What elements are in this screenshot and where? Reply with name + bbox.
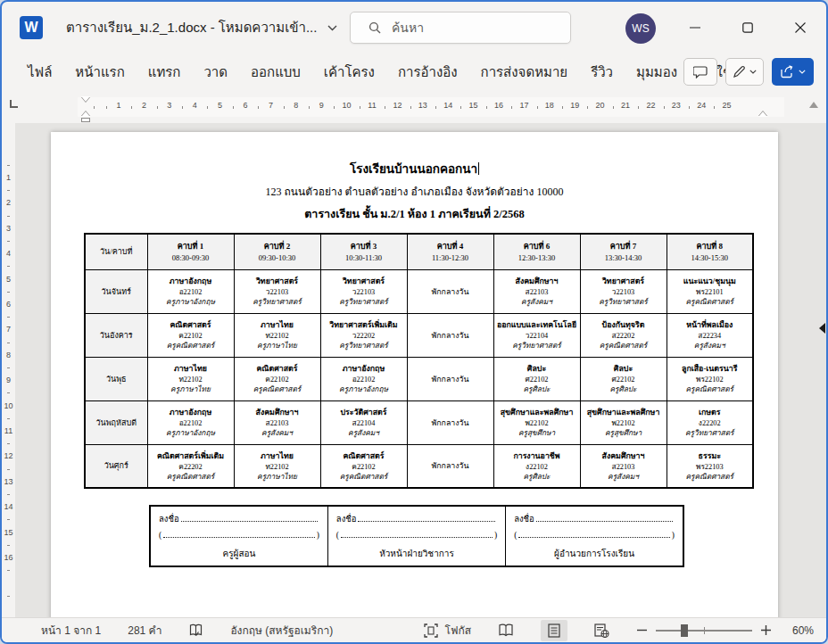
subject-cell[interactable]: สุขศึกษาและพลศึกษาพ22102ครูสุขศึกษา bbox=[493, 400, 580, 444]
chevron-down-icon[interactable] bbox=[327, 25, 337, 31]
minimize-button[interactable] bbox=[668, 2, 721, 54]
timetable[interactable]: วัน/คาบที่คาบที่ 108:30-09:30คาบที่ 209:… bbox=[84, 233, 754, 489]
lunch-cell[interactable]: พักกลางวัน bbox=[407, 444, 493, 488]
ribbon-tab[interactable]: การอ้างอิง bbox=[386, 57, 469, 87]
subject-cell[interactable]: ออกแบบและเทคโนโลยีว22104ครูวิทยาศาสตร์ bbox=[493, 313, 580, 357]
school-name-line[interactable]: โรงเรียนบ้านนอกคอกนา bbox=[51, 161, 778, 178]
subject-cell[interactable]: ภาษาอังกฤษอ22102ครูภาษาอังกฤษ bbox=[320, 357, 407, 400]
subject-cell[interactable]: สุขศึกษาและพลศึกษาพ22102ครูสุขศึกษา bbox=[580, 400, 667, 444]
subject-cell[interactable]: ภาษาไทยท22102ครูภาษาไทย bbox=[234, 313, 320, 357]
comments-button[interactable] bbox=[683, 58, 717, 86]
lunch-cell[interactable]: พักกลางวัน bbox=[407, 269, 493, 313]
subject-cell[interactable]: ภาษาไทยท22102ครูภาษาไทย bbox=[234, 444, 320, 488]
timetable-corner-header[interactable]: วัน/คาบที่ bbox=[85, 234, 147, 269]
subject-cell[interactable]: ภาษาอังกฤษอ22102ครูภาษาอังกฤษ bbox=[147, 269, 234, 313]
zoom-level[interactable]: 60% bbox=[792, 624, 814, 637]
address-line[interactable]: 123 ถนนตัวอย่าง ตำบลตัวอย่าง อำเภอเมือง … bbox=[51, 185, 778, 200]
first-line-indent-marker[interactable] bbox=[81, 96, 90, 102]
lunch-cell[interactable]: พักกลางวัน bbox=[407, 357, 493, 400]
period-header[interactable]: คาบที่ 713:30-14:30 bbox=[580, 234, 667, 269]
hanging-indent-marker[interactable] bbox=[81, 111, 90, 117]
left-indent-marker[interactable] bbox=[81, 118, 90, 122]
subject-cell[interactable]: สังคมศึกษาฯส22103ครูสังคมฯ bbox=[493, 269, 580, 313]
subject-cell[interactable]: วิทยาศาสตร์ว22103ครูวิทยาศาสตร์ bbox=[320, 269, 407, 313]
period-header[interactable]: คาบที่ 108:30-09:30 bbox=[147, 234, 234, 269]
word-logo-icon[interactable]: W bbox=[20, 16, 43, 39]
web-layout-button[interactable] bbox=[589, 620, 616, 641]
account-avatar[interactable]: WS bbox=[625, 13, 656, 44]
subject-cell[interactable]: ธรรมะพร22103ครูคณิตศาสตร์ bbox=[667, 444, 753, 488]
zoom-slider[interactable] bbox=[656, 630, 752, 632]
signature-cell[interactable]: ลงชื่อ()ครูผู้สอน bbox=[150, 506, 327, 566]
ruler-number: 1 bbox=[116, 101, 120, 110]
subject-cell[interactable]: สังคมศึกษาฯส22103ครูสังคมฯ bbox=[234, 400, 320, 444]
tab-stop-selector-icon[interactable] bbox=[10, 100, 18, 108]
subject-cell[interactable]: วิทยาศาสตร์เพิ่มเติมว22202ครูวิทยาศาสตร์ bbox=[320, 313, 407, 357]
signature-cell[interactable]: ลงชื่อ()ผู้อำนวยการโรงเรียน bbox=[506, 506, 683, 566]
subject-cell[interactable]: ประวัติศาสตร์ส22104ครูสังคมฯ bbox=[320, 400, 407, 444]
signature-table[interactable]: ลงชื่อ()ครูผู้สอนลงชื่อ()หัวหน้าฝ่ายวิชา… bbox=[149, 505, 684, 567]
day-cell[interactable]: วันจันทร์ bbox=[85, 269, 147, 313]
subject-cell[interactable]: คณิตศาสตร์ค22102ครูคณิตศาสตร์ bbox=[320, 444, 407, 488]
ribbon-tab[interactable]: เค้าโครง bbox=[312, 57, 386, 87]
share-button[interactable] bbox=[772, 58, 814, 86]
proofing-icon[interactable] bbox=[188, 623, 203, 638]
subject-cell[interactable]: ป้องกันทุจริตส22202ครูคณิตศาสตร์ bbox=[580, 313, 667, 357]
document-page[interactable]: โรงเรียนบ้านนอกคอกนา 123 ถนนตัวอย่าง ตำบ… bbox=[51, 132, 778, 617]
period-header[interactable]: คาบที่ 814:30-15:30 bbox=[667, 234, 753, 269]
subject-cell[interactable]: แนะแนว/ชุมนุมพร22101ครูคณิตศาสตร์ bbox=[667, 269, 753, 313]
ribbon-tab[interactable]: มุมมอง bbox=[625, 57, 689, 87]
ribbon-tab[interactable]: แทรก bbox=[137, 57, 193, 87]
search-input[interactable]: ค้นหา bbox=[350, 12, 571, 44]
right-indent-marker[interactable] bbox=[758, 111, 767, 117]
scroll-up-arrow[interactable] bbox=[809, 102, 818, 108]
language-status[interactable]: อังกฤษ (สหรัฐอเมริกา) bbox=[230, 622, 333, 639]
ribbon-tab[interactable]: ไฟล์ bbox=[16, 57, 63, 87]
period-header[interactable]: คาบที่ 612:30-13:30 bbox=[493, 234, 580, 269]
subject-cell[interactable]: ภาษาไทยท22102ครูภาษาไทย bbox=[147, 357, 234, 400]
ribbon-tab[interactable]: การส่งจดหมาย bbox=[469, 57, 580, 87]
collapse-pane-arrow-icon[interactable] bbox=[819, 323, 825, 334]
subject-cell[interactable]: สังคมศึกษาฯส22103ครูสังคมฯ bbox=[580, 444, 667, 488]
subject-cell[interactable]: วิทยาศาสตร์ว22103ครูวิทยาศาสตร์ bbox=[234, 269, 320, 313]
ribbon-tab[interactable]: วาด bbox=[192, 57, 239, 87]
subject-cell[interactable]: ศิลปะศ22102ครูศิลปะ bbox=[580, 357, 667, 400]
subject-cell[interactable]: เกษตรง22202ครูวิทยาศาสตร์ bbox=[667, 400, 753, 444]
day-cell[interactable]: วันอังคาร bbox=[85, 313, 147, 357]
ribbon-tab[interactable]: หน้าแรก bbox=[63, 57, 136, 87]
subject-cell[interactable]: ศิลปะศ22102ครูศิลปะ bbox=[493, 357, 580, 400]
subject-cell[interactable]: คณิตศาสตร์ค22102ครูคณิตศาสตร์ bbox=[147, 313, 234, 357]
subject-cell[interactable]: คณิตศาสตร์ค22102ครูคณิตศาสตร์ bbox=[234, 357, 320, 400]
ribbon-tab[interactable]: ออกแบบ bbox=[239, 57, 312, 87]
print-layout-button[interactable] bbox=[541, 620, 567, 641]
maximize-button[interactable] bbox=[721, 2, 774, 54]
period-header[interactable]: คาบที่ 411:30-12:30 bbox=[407, 234, 493, 269]
signature-role: หัวหน้าฝ่ายวิชาการ bbox=[336, 547, 497, 560]
day-cell[interactable]: วันพุธ bbox=[85, 357, 147, 400]
lunch-cell[interactable]: พักกลางวัน bbox=[407, 313, 493, 357]
period-header[interactable]: คาบที่ 310:30-11:30 bbox=[320, 234, 407, 269]
subject-cell[interactable]: คณิตศาสตร์เพิ่มเติมค22202ครูคณิตศาสตร์ bbox=[147, 444, 234, 488]
page-count-status[interactable]: หน้า 1 จาก 1 bbox=[41, 622, 101, 639]
subject-cell[interactable]: ลูกเสือ-เนตรนารีพร22102ครูคณิตศาสตร์ bbox=[667, 357, 753, 400]
subject-cell[interactable]: หน้าที่พลเมืองส22234ครูสังคมฯ bbox=[667, 313, 753, 357]
signature-cell[interactable]: ลงชื่อ()หัวหน้าฝ่ายวิชาการ bbox=[327, 506, 505, 566]
ribbon-tab[interactable]: รีวิว bbox=[579, 57, 625, 87]
lunch-cell[interactable]: พักกลางวัน bbox=[407, 400, 493, 444]
timetable-subtitle-line[interactable]: ตารางเรียน ชั้น ม.2/1 ห้อง 1 ภาคเรียนที่… bbox=[51, 206, 778, 222]
word-count-status[interactable]: 281 คำ bbox=[128, 622, 161, 639]
day-cell[interactable]: วันศุกร์ bbox=[85, 444, 147, 488]
subject-cell[interactable]: วิทยาศาสตร์ว22103ครูวิทยาศาสตร์ bbox=[580, 269, 667, 313]
focus-mode-button[interactable]: โฟกัส bbox=[424, 622, 471, 639]
read-mode-button[interactable] bbox=[493, 620, 519, 641]
document-title[interactable]: ตารางเรียน_ม.2_1.docx - โหมดความเข้า... bbox=[66, 17, 337, 38]
subject-cell[interactable]: การงานอาชีพง22102ครูศิลปะ bbox=[493, 444, 580, 488]
subject-cell[interactable]: ภาษาอังกฤษอ22102ครูภาษาอังกฤษ bbox=[147, 400, 234, 444]
zoom-in-button[interactable] bbox=[761, 625, 771, 635]
day-cell[interactable]: วันพฤหัสบดี bbox=[85, 400, 147, 444]
period-header[interactable]: คาบที่ 209:30-10:30 bbox=[234, 234, 320, 269]
editing-mode-button[interactable] bbox=[725, 58, 764, 86]
close-button[interactable] bbox=[774, 2, 826, 54]
zoom-out-button[interactable] bbox=[637, 625, 647, 635]
zoom-slider-thumb[interactable] bbox=[681, 624, 688, 637]
